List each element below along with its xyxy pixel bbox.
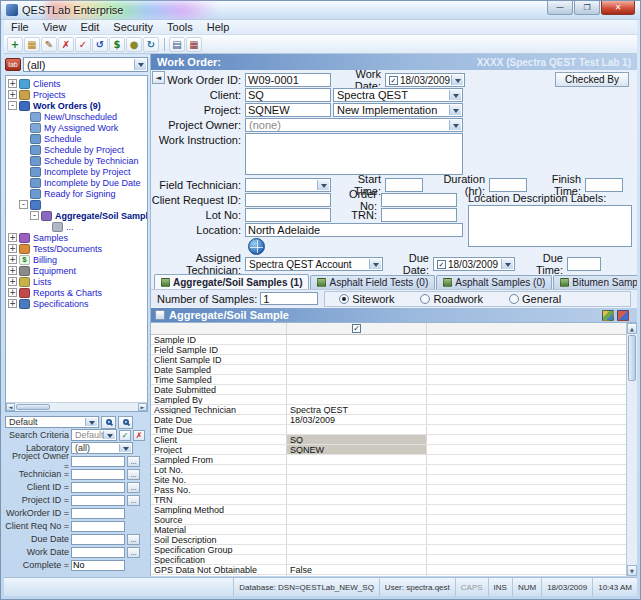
tab-aggregate-soil-samples-1[interactable]: Aggregate/Soil Samples (1)	[154, 274, 309, 289]
tree-expander[interactable]: +	[8, 79, 17, 88]
search-criteria-select[interactable]: Default	[71, 429, 117, 441]
tab-asphalt-field-tests-0[interactable]: Asphalt Field Tests (0)	[310, 275, 435, 289]
tree-item-work-orders-9[interactable]: -Work Orders (9)	[6, 100, 147, 111]
client-code-input[interactable]	[245, 88, 331, 102]
tree-item-incomplete-by-due-date[interactable]: +Incomplete by Due Date	[6, 177, 147, 188]
grid-value-cell[interactable]	[287, 525, 427, 534]
menu-security[interactable]: Security	[106, 21, 160, 33]
tree-item-schedule-by-technician[interactable]: +Schedule by Technician	[6, 155, 147, 166]
tree-item-item[interactable]: +...	[6, 221, 147, 232]
browse-button[interactable]: ...	[127, 547, 140, 558]
advanced-search-button[interactable]	[118, 416, 133, 429]
grid-vertical-scrollbar[interactable]: ▲ ▼	[626, 323, 637, 576]
tree-scroll-thumb[interactable]	[16, 404, 50, 410]
project-code-input[interactable]	[245, 103, 331, 117]
grid-value-cell[interactable]	[287, 555, 427, 564]
radio-button[interactable]	[339, 294, 349, 304]
search-field-input-work-date[interactable]	[71, 547, 125, 558]
duration-input[interactable]	[489, 178, 527, 192]
grid-value-cell[interactable]	[287, 335, 427, 344]
scroll-up-button[interactable]: ▲	[627, 323, 637, 334]
grid-value-cell[interactable]	[287, 495, 427, 504]
checked-by-button[interactable]: Checked By	[555, 72, 629, 87]
search-field-input-project-owner[interactable]	[71, 456, 125, 467]
grid-scroll-thumb[interactable]	[628, 335, 636, 381]
tree-item-new-unscheduled[interactable]: +New/Unscheduled	[6, 111, 147, 122]
maximize-button[interactable]: ❒	[574, 1, 600, 15]
grid-value-cell[interactable]	[287, 375, 427, 384]
map-globe-icon[interactable]	[248, 238, 265, 255]
tree-expander[interactable]: +	[8, 233, 17, 242]
search-field-input-project-id[interactable]	[71, 495, 125, 506]
clear-criteria-button[interactable]: ✗	[133, 430, 145, 441]
edit-icon[interactable]: ✎	[41, 37, 57, 52]
grid-value-cell[interactable]	[287, 355, 427, 364]
search-field-input-due-date[interactable]	[71, 534, 125, 545]
undo-icon[interactable]: ↺	[92, 37, 108, 52]
tree-expander[interactable]: -	[8, 101, 17, 110]
collapse-panel-button[interactable]: ◄	[152, 71, 165, 84]
grid-value-cell[interactable]	[287, 535, 427, 544]
grid-value-cell[interactable]	[287, 475, 427, 484]
browse-button[interactable]: ...	[127, 534, 140, 545]
scroll-down-button[interactable]: ▼	[627, 565, 637, 576]
grid-scroll-track[interactable]	[627, 334, 637, 565]
tree-expander[interactable]: -	[19, 200, 28, 209]
column-chooser-icon[interactable]	[602, 310, 614, 321]
grid-value-cell[interactable]	[287, 515, 427, 524]
grid-value-cell[interactable]	[287, 455, 427, 464]
search-field-input-complete[interactable]	[71, 560, 125, 571]
due-time-input[interactable]	[567, 257, 601, 271]
start-time-input[interactable]	[385, 178, 423, 192]
tree-item-schedule-by-project[interactable]: +Schedule by Project	[6, 144, 147, 155]
menu-edit[interactable]: Edit	[73, 21, 106, 33]
tree-item-billing[interactable]: +$Billing	[6, 254, 147, 265]
grid-value-cell[interactable]: SQNEW	[287, 445, 427, 454]
grid-value-cell[interactable]: SQ	[287, 435, 427, 444]
tree-item-specifications[interactable]: +Specifications	[6, 298, 147, 309]
new-work-order-icon[interactable]: +	[7, 37, 23, 52]
lab-filter-select[interactable]: (all)	[23, 57, 148, 72]
grid-value-cell[interactable]	[287, 365, 427, 374]
project-name-select[interactable]: New Implementation	[333, 103, 463, 117]
radio-roadwork[interactable]: Roadwork	[420, 293, 483, 305]
work-date-checkbox[interactable]: ✓	[389, 76, 398, 85]
browse-button[interactable]: ...	[127, 469, 140, 480]
number-of-samples-input[interactable]	[260, 292, 318, 305]
tab-asphalt-samples-0[interactable]: Asphalt Samples (0)	[436, 275, 552, 289]
sign-off-icon[interactable]: ✓	[75, 37, 91, 52]
location-description-labels-box[interactable]	[468, 205, 632, 247]
grid-value-cell[interactable]: Spectra QEST	[287, 405, 427, 414]
tree-item-samples[interactable]: +Samples	[6, 232, 147, 243]
laboratory-select[interactable]: (all)	[71, 442, 133, 454]
grid-value-cell[interactable]: False	[287, 565, 427, 574]
refresh-icon[interactable]: ↻	[143, 37, 159, 52]
search-field-input-client-id[interactable]	[71, 482, 125, 493]
schedule-view-icon[interactable]: ▦	[186, 37, 202, 52]
tree-item-work-order[interactable]: -	[6, 199, 147, 210]
client-name-select[interactable]: Spectra QEST	[333, 88, 463, 102]
tree-expander[interactable]: +	[8, 266, 17, 275]
search-field-input-technician[interactable]	[71, 469, 125, 480]
menu-file[interactable]: File	[4, 21, 36, 33]
project-owner-select[interactable]: (none)	[245, 118, 463, 132]
tree-expander[interactable]: -	[30, 211, 39, 220]
tree-expander[interactable]: +	[8, 255, 17, 264]
search-field-input-client-req-no[interactable]	[71, 521, 125, 532]
minimize-button[interactable]: —	[547, 1, 573, 15]
tree-item-reports-charts[interactable]: +Reports & Charts	[6, 287, 147, 298]
finish-time-input[interactable]	[585, 178, 623, 192]
billing-icon[interactable]: $	[109, 37, 125, 52]
tree-expander[interactable]: +	[8, 299, 17, 308]
grid-value-cell[interactable]	[287, 345, 427, 354]
grid-value-cell[interactable]	[287, 385, 427, 394]
grid-value-cell[interactable]	[287, 505, 427, 514]
tree-expander[interactable]: +	[8, 288, 17, 297]
browse-button[interactable]: ...	[127, 456, 140, 467]
tree-item-lists[interactable]: +Lists	[6, 276, 147, 287]
browse-button[interactable]: ...	[127, 495, 140, 506]
tree-expander[interactable]: +	[8, 90, 17, 99]
location-input[interactable]	[245, 223, 463, 237]
tab-bitumen-samples-0[interactable]: Bitumen Samples (0)	[553, 275, 637, 289]
tree-item-incomplete-by-project[interactable]: +Incomplete by Project	[6, 166, 147, 177]
